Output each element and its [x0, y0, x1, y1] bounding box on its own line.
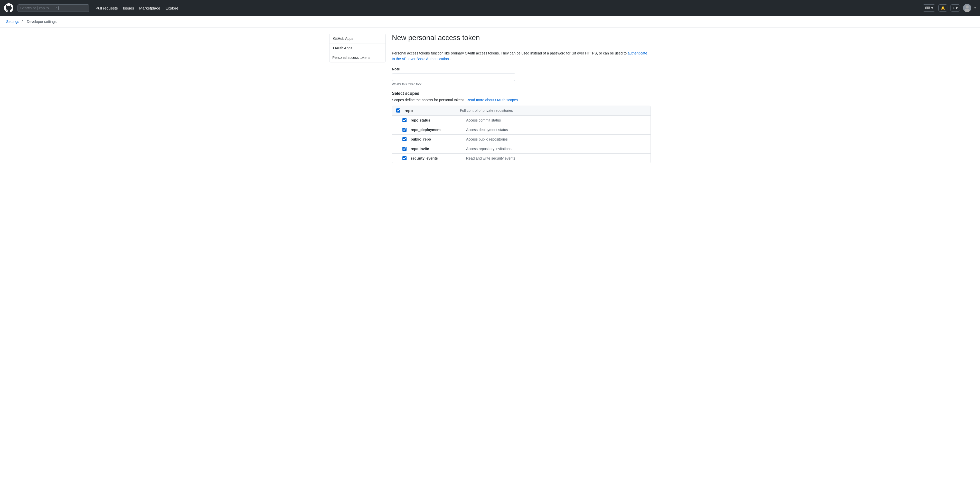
terminal-icon: ⌨	[925, 6, 930, 10]
scopes-description: Scopes define the access for personal to…	[392, 98, 651, 102]
note-label: Note	[392, 67, 651, 71]
scope-desc-repo-invite: Access repository invitations	[466, 147, 512, 151]
scope-desc-security-events: Read and write security events	[466, 156, 515, 160]
note-input[interactable]	[392, 73, 515, 81]
avatar-chevron: ▾	[974, 6, 976, 10]
sidebar: GitHub Apps OAuth Apps Personal access t…	[329, 33, 386, 163]
search-bar[interactable]: Search or jump to... /	[18, 4, 89, 12]
svg-point-0	[966, 5, 969, 8]
plus-chevron: ▾	[956, 6, 958, 10]
scope-row-repo-deployment: repo_deployment Access deployment status	[392, 125, 651, 135]
scope-checkbox-repo-deployment[interactable]	[402, 128, 407, 132]
scope-desc-public-repo: Access public repositories	[466, 137, 508, 141]
scope-row-repo-status: repo:status Access commit status	[392, 116, 651, 125]
nav-links: Pull requests Issues Marketplace Explore	[95, 6, 178, 10]
sidebar-item-github-apps[interactable]: GitHub Apps	[329, 34, 385, 43]
scope-checkbox-repo-invite[interactable]	[402, 147, 407, 151]
note-hint: What's this token for?	[392, 83, 651, 86]
scope-row-repo: repo Full control of private repositorie…	[392, 106, 651, 116]
scope-row-public-repo: public_repo Access public repositories	[392, 135, 651, 144]
avatar[interactable]	[963, 4, 971, 12]
breadcrumb-settings[interactable]: Settings	[6, 19, 19, 24]
scope-name-repo: repo	[404, 108, 456, 113]
scopes-title: Select scopes	[392, 91, 651, 96]
nav-explore[interactable]: Explore	[165, 6, 178, 10]
scope-name-public-repo: public_repo	[410, 137, 462, 141]
scope-checkbox-repo[interactable]	[396, 108, 400, 113]
nav-right: ⌨ ▾ 🔔 + ▾ ▾	[923, 4, 976, 12]
main-content: New personal access token Personal acces…	[392, 33, 651, 163]
scopes-desc-text: Scopes define the access for personal to…	[392, 98, 466, 102]
svg-point-1	[964, 9, 970, 12]
scope-desc-repo-deployment: Access deployment status	[466, 128, 508, 132]
scope-row-security-events: security_events Read and write security …	[392, 154, 651, 163]
nav-marketplace[interactable]: Marketplace	[139, 6, 160, 10]
bell-icon: 🔔	[941, 6, 945, 10]
sidebar-item-oauth-apps[interactable]: OAuth Apps	[329, 43, 385, 53]
scope-checkbox-public-repo[interactable]	[402, 137, 407, 141]
scope-name-repo-deployment: repo_deployment	[410, 128, 462, 132]
notifications-button[interactable]: 🔔	[939, 4, 947, 11]
nav-bar: Search or jump to... / Pull requests Iss…	[0, 0, 980, 16]
scope-name-security-events: security_events	[410, 156, 462, 160]
nav-issues[interactable]: Issues	[123, 6, 134, 10]
breadcrumb-current: Developer settings	[27, 19, 57, 24]
description: Personal access tokens function like ord…	[392, 50, 651, 62]
scopes-link[interactable]: Read more about OAuth scopes.	[466, 98, 519, 102]
sidebar-nav: GitHub Apps OAuth Apps Personal access t…	[329, 33, 386, 62]
note-group: Note What's this token for?	[392, 67, 651, 86]
description-text: Personal access tokens function like ord…	[392, 51, 628, 55]
scopes-section: Select scopes Scopes define the access f…	[392, 91, 651, 163]
page-title: New personal access token	[392, 33, 651, 46]
sidebar-item-personal-access-tokens[interactable]: Personal access tokens	[329, 53, 385, 62]
breadcrumb-separator: /	[22, 19, 24, 24]
scope-name-repo-invite: repo:invite	[410, 147, 462, 151]
scope-name-repo-status: repo:status	[410, 118, 462, 122]
breadcrumb: Settings / Developer settings	[0, 16, 980, 27]
terminal-button[interactable]: ⌨ ▾	[923, 4, 935, 11]
terminal-chevron: ▾	[931, 6, 933, 10]
scope-checkbox-repo-status[interactable]	[402, 118, 407, 122]
search-shortcut: /	[54, 6, 59, 10]
new-button[interactable]: + ▾	[950, 4, 960, 11]
scope-row-repo-invite: repo:invite Access repository invitation…	[392, 144, 651, 154]
github-logo[interactable]	[4, 3, 13, 13]
scope-desc-repo-status: Access commit status	[466, 118, 501, 122]
scope-checkbox-security-events[interactable]	[402, 156, 407, 160]
page-layout: GitHub Apps OAuth Apps Personal access t…	[323, 33, 657, 163]
description-end: .	[450, 57, 451, 61]
search-text: Search or jump to...	[20, 6, 52, 10]
scope-desc-repo: Full control of private repositories	[460, 108, 513, 113]
scopes-table: repo Full control of private repositorie…	[392, 106, 651, 163]
plus-icon: +	[953, 6, 955, 10]
nav-pull-requests[interactable]: Pull requests	[95, 6, 118, 10]
